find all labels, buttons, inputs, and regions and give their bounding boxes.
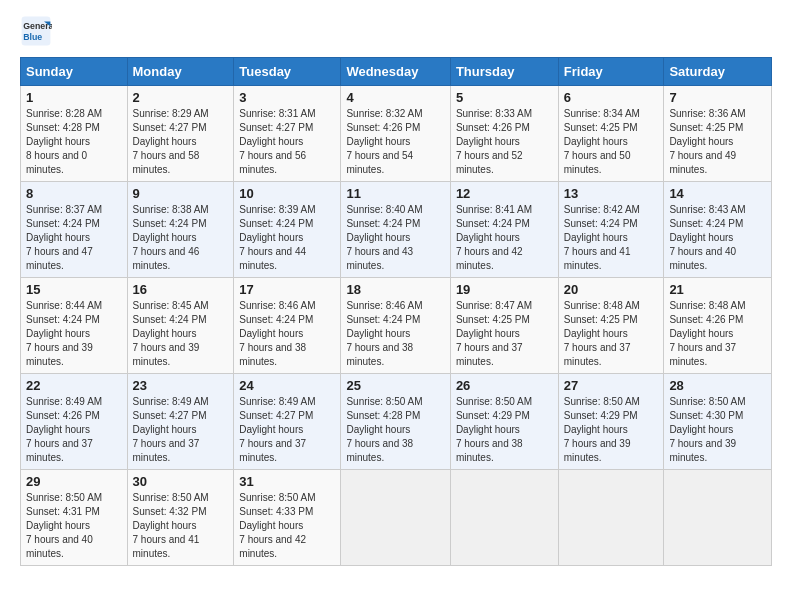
day-cell: 6Sunrise: 8:34 AMSunset: 4:25 PMDaylight… [558,86,664,182]
day-cell: 9Sunrise: 8:38 AMSunset: 4:24 PMDaylight… [127,182,234,278]
day-info: Sunrise: 8:39 AMSunset: 4:24 PMDaylight … [239,203,335,273]
day-number: 21 [669,282,766,297]
day-number: 27 [564,378,659,393]
day-info: Sunrise: 8:31 AMSunset: 4:27 PMDaylight … [239,107,335,177]
col-header-saturday: Saturday [664,58,772,86]
day-cell: 23Sunrise: 8:49 AMSunset: 4:27 PMDayligh… [127,374,234,470]
day-cell [450,470,558,566]
day-cell: 21Sunrise: 8:48 AMSunset: 4:26 PMDayligh… [664,278,772,374]
day-number: 3 [239,90,335,105]
day-cell: 20Sunrise: 8:48 AMSunset: 4:25 PMDayligh… [558,278,664,374]
day-info: Sunrise: 8:28 AMSunset: 4:28 PMDaylight … [26,107,122,177]
day-cell [558,470,664,566]
day-info: Sunrise: 8:38 AMSunset: 4:24 PMDaylight … [133,203,229,273]
day-number: 24 [239,378,335,393]
day-cell: 28Sunrise: 8:50 AMSunset: 4:30 PMDayligh… [664,374,772,470]
day-cell: 15Sunrise: 8:44 AMSunset: 4:24 PMDayligh… [21,278,128,374]
day-number: 5 [456,90,553,105]
header-row: SundayMondayTuesdayWednesdayThursdayFrid… [21,58,772,86]
day-cell: 16Sunrise: 8:45 AMSunset: 4:24 PMDayligh… [127,278,234,374]
day-info: Sunrise: 8:50 AMSunset: 4:29 PMDaylight … [564,395,659,465]
day-info: Sunrise: 8:49 AMSunset: 4:26 PMDaylight … [26,395,122,465]
day-number: 29 [26,474,122,489]
logo: General Blue [20,15,56,47]
day-cell: 1Sunrise: 8:28 AMSunset: 4:28 PMDaylight… [21,86,128,182]
day-number: 25 [346,378,444,393]
week-row-2: 8Sunrise: 8:37 AMSunset: 4:24 PMDaylight… [21,182,772,278]
day-cell: 22Sunrise: 8:49 AMSunset: 4:26 PMDayligh… [21,374,128,470]
week-row-1: 1Sunrise: 8:28 AMSunset: 4:28 PMDaylight… [21,86,772,182]
day-cell: 13Sunrise: 8:42 AMSunset: 4:24 PMDayligh… [558,182,664,278]
calendar-table: SundayMondayTuesdayWednesdayThursdayFrid… [20,57,772,566]
day-number: 11 [346,186,444,201]
day-info: Sunrise: 8:37 AMSunset: 4:24 PMDaylight … [26,203,122,273]
day-info: Sunrise: 8:46 AMSunset: 4:24 PMDaylight … [239,299,335,369]
day-cell: 5Sunrise: 8:33 AMSunset: 4:26 PMDaylight… [450,86,558,182]
day-cell: 10Sunrise: 8:39 AMSunset: 4:24 PMDayligh… [234,182,341,278]
day-info: Sunrise: 8:50 AMSunset: 4:31 PMDaylight … [26,491,122,561]
day-info: Sunrise: 8:50 AMSunset: 4:30 PMDaylight … [669,395,766,465]
day-info: Sunrise: 8:32 AMSunset: 4:26 PMDaylight … [346,107,444,177]
day-number: 30 [133,474,229,489]
day-number: 10 [239,186,335,201]
day-number: 12 [456,186,553,201]
day-info: Sunrise: 8:50 AMSunset: 4:28 PMDaylight … [346,395,444,465]
col-header-friday: Friday [558,58,664,86]
col-header-monday: Monday [127,58,234,86]
page: General Blue SundayMondayTuesdayWednesda… [0,0,792,576]
week-row-4: 22Sunrise: 8:49 AMSunset: 4:26 PMDayligh… [21,374,772,470]
day-cell: 12Sunrise: 8:41 AMSunset: 4:24 PMDayligh… [450,182,558,278]
day-cell: 31Sunrise: 8:50 AMSunset: 4:33 PMDayligh… [234,470,341,566]
day-cell: 3Sunrise: 8:31 AMSunset: 4:27 PMDaylight… [234,86,341,182]
day-cell: 29Sunrise: 8:50 AMSunset: 4:31 PMDayligh… [21,470,128,566]
day-cell: 30Sunrise: 8:50 AMSunset: 4:32 PMDayligh… [127,470,234,566]
svg-text:Blue: Blue [23,32,42,42]
day-cell: 26Sunrise: 8:50 AMSunset: 4:29 PMDayligh… [450,374,558,470]
day-info: Sunrise: 8:33 AMSunset: 4:26 PMDaylight … [456,107,553,177]
day-info: Sunrise: 8:48 AMSunset: 4:26 PMDaylight … [669,299,766,369]
day-info: Sunrise: 8:41 AMSunset: 4:24 PMDaylight … [456,203,553,273]
day-info: Sunrise: 8:42 AMSunset: 4:24 PMDaylight … [564,203,659,273]
day-number: 17 [239,282,335,297]
day-number: 13 [564,186,659,201]
day-cell: 2Sunrise: 8:29 AMSunset: 4:27 PMDaylight… [127,86,234,182]
day-cell [341,470,450,566]
day-number: 22 [26,378,122,393]
day-info: Sunrise: 8:36 AMSunset: 4:25 PMDaylight … [669,107,766,177]
day-number: 18 [346,282,444,297]
day-cell: 4Sunrise: 8:32 AMSunset: 4:26 PMDaylight… [341,86,450,182]
day-number: 28 [669,378,766,393]
col-header-thursday: Thursday [450,58,558,86]
day-cell [664,470,772,566]
header: General Blue [20,15,772,47]
day-number: 16 [133,282,229,297]
day-number: 8 [26,186,122,201]
day-number: 9 [133,186,229,201]
day-cell: 24Sunrise: 8:49 AMSunset: 4:27 PMDayligh… [234,374,341,470]
day-info: Sunrise: 8:50 AMSunset: 4:29 PMDaylight … [456,395,553,465]
day-cell: 11Sunrise: 8:40 AMSunset: 4:24 PMDayligh… [341,182,450,278]
day-number: 26 [456,378,553,393]
day-number: 1 [26,90,122,105]
day-cell: 17Sunrise: 8:46 AMSunset: 4:24 PMDayligh… [234,278,341,374]
week-row-5: 29Sunrise: 8:50 AMSunset: 4:31 PMDayligh… [21,470,772,566]
day-info: Sunrise: 8:46 AMSunset: 4:24 PMDaylight … [346,299,444,369]
week-row-3: 15Sunrise: 8:44 AMSunset: 4:24 PMDayligh… [21,278,772,374]
day-info: Sunrise: 8:47 AMSunset: 4:25 PMDaylight … [456,299,553,369]
day-info: Sunrise: 8:50 AMSunset: 4:33 PMDaylight … [239,491,335,561]
day-info: Sunrise: 8:49 AMSunset: 4:27 PMDaylight … [239,395,335,465]
col-header-sunday: Sunday [21,58,128,86]
day-info: Sunrise: 8:34 AMSunset: 4:25 PMDaylight … [564,107,659,177]
day-info: Sunrise: 8:50 AMSunset: 4:32 PMDaylight … [133,491,229,561]
day-cell: 18Sunrise: 8:46 AMSunset: 4:24 PMDayligh… [341,278,450,374]
day-cell: 7Sunrise: 8:36 AMSunset: 4:25 PMDaylight… [664,86,772,182]
day-number: 15 [26,282,122,297]
logo-icon: General Blue [20,15,52,47]
day-number: 7 [669,90,766,105]
day-info: Sunrise: 8:40 AMSunset: 4:24 PMDaylight … [346,203,444,273]
day-number: 4 [346,90,444,105]
day-cell: 14Sunrise: 8:43 AMSunset: 4:24 PMDayligh… [664,182,772,278]
day-info: Sunrise: 8:44 AMSunset: 4:24 PMDaylight … [26,299,122,369]
day-number: 14 [669,186,766,201]
day-cell: 25Sunrise: 8:50 AMSunset: 4:28 PMDayligh… [341,374,450,470]
